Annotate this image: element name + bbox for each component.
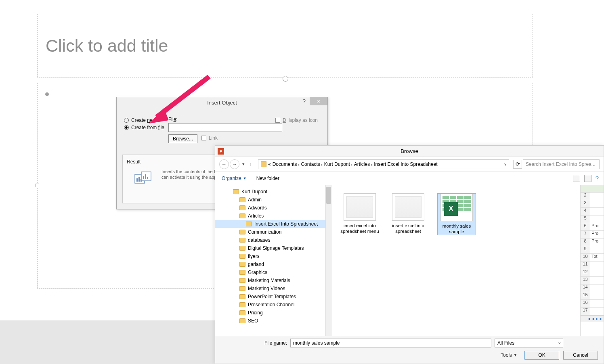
forward-button[interactable]: → <box>230 159 239 169</box>
tree-item[interactable]: garland <box>215 260 332 268</box>
cell-value[interactable] <box>590 277 591 284</box>
title-placeholder-box[interactable]: Click to add title <box>37 14 533 77</box>
cell-value[interactable]: Tot <box>590 254 598 261</box>
row-header[interactable]: 5 <box>581 215 590 223</box>
tree-item[interactable]: flyers <box>215 252 332 260</box>
row-header[interactable]: 15 <box>581 292 590 299</box>
tree-item[interactable]: Marketing Materials <box>215 276 332 285</box>
history-dropdown[interactable]: ▾ <box>240 161 247 167</box>
row-header[interactable]: 10 <box>581 254 590 261</box>
cell-value[interactable] <box>590 308 591 315</box>
sheet-row[interactable]: 6Pro <box>581 223 604 231</box>
breadcrumb-segment[interactable]: Kurt Dupont <box>324 161 350 167</box>
row-header[interactable]: 12 <box>581 269 590 276</box>
tree-item[interactable]: PowerPoint Templates <box>215 293 332 301</box>
sheet-row[interactable]: 10Tot <box>581 254 604 261</box>
sheet-row[interactable]: 14 <box>581 285 604 292</box>
browse-button[interactable]: Browse... <box>168 134 197 143</box>
tree-item[interactable]: SEO <box>215 317 332 325</box>
sheet-row[interactable]: 17 <box>581 308 604 315</box>
tree-item[interactable]: databases <box>215 236 332 244</box>
tree-item[interactable]: Graphics <box>215 268 332 276</box>
tree-item[interactable]: Admin <box>215 196 332 204</box>
sheet-row[interactable]: 7Pro <box>581 231 604 238</box>
file-item[interactable]: Xmonthly sales sample <box>437 193 476 235</box>
refresh-button[interactable]: ⟳ <box>513 160 522 169</box>
cancel-button[interactable]: Cancel <box>563 351 598 360</box>
sheet-row[interactable]: 15 <box>581 292 604 300</box>
cell-value[interactable]: Pro <box>590 223 598 230</box>
file-item[interactable]: insert excel into spreadsheet <box>389 193 428 234</box>
organize-button[interactable]: Organize ▼ <box>222 176 247 181</box>
new-folder-button[interactable]: New folder <box>256 176 279 181</box>
tools-button[interactable]: Tools ▼ <box>501 352 517 358</box>
cell-value[interactable] <box>590 285 591 292</box>
search-input[interactable]: Search Insert Excel Into Sprea... <box>523 159 600 169</box>
file-name-input[interactable] <box>290 339 491 347</box>
row-header[interactable]: 6 <box>581 223 590 230</box>
rotate-handle-icon[interactable] <box>283 76 288 82</box>
row-header[interactable]: 2 <box>581 192 590 200</box>
sheet-row[interactable]: 13 <box>581 277 604 285</box>
sheet-row[interactable]: 16 <box>581 300 604 308</box>
resize-handle-icon[interactable] <box>36 184 39 187</box>
back-button[interactable]: ← <box>219 159 229 169</box>
tree-item[interactable]: Communication <box>215 228 332 236</box>
breadcrumb-segment[interactable]: Documents <box>273 161 297 167</box>
cell-value[interactable] <box>590 300 591 307</box>
cell-value[interactable] <box>590 215 591 223</box>
sheet-row[interactable]: 11 <box>581 261 604 269</box>
tree-item[interactable]: Pricing <box>215 309 332 317</box>
tree-item[interactable]: Marketing Videos <box>215 285 332 293</box>
row-header[interactable]: 13 <box>581 277 590 284</box>
cell-value[interactable] <box>590 200 591 207</box>
breadcrumb[interactable]: « Documents ▸ Contacts ▸ Kurt Dupont ▸ A… <box>258 159 509 169</box>
radio-create-from-file[interactable]: Create from file <box>117 124 164 131</box>
cell-value[interactable] <box>590 246 591 253</box>
link-checkbox[interactable]: Link <box>201 135 218 141</box>
row-header[interactable]: 8 <box>581 238 590 246</box>
cell-value[interactable] <box>590 269 591 276</box>
sheet-row[interactable]: 8Pro <box>581 238 604 246</box>
display-as-icon-checkbox[interactable]: Display as icon <box>275 117 318 123</box>
tree-item[interactable]: Presentation Channel <box>215 301 332 309</box>
row-header[interactable]: 3 <box>581 200 590 207</box>
sheet-row[interactable]: 9 <box>581 246 604 254</box>
cell-value[interactable] <box>590 192 591 200</box>
tree-item[interactable]: Articles <box>215 212 332 220</box>
folder-tree[interactable]: Kurt DupontAdminAdwordsArticlesInsert Ex… <box>215 185 332 336</box>
sheet-scrollbar[interactable]: ◄◄►► <box>581 315 604 322</box>
sheet-row[interactable]: 4 <box>581 208 604 215</box>
breadcrumb-segment[interactable]: Contacts <box>301 161 320 167</box>
preview-pane-button[interactable] <box>584 175 591 182</box>
row-header[interactable]: 9 <box>581 246 590 253</box>
file-path-input[interactable] <box>168 123 282 132</box>
chevron-down-icon[interactable]: v <box>505 162 507 166</box>
row-header[interactable]: 7 <box>581 231 590 238</box>
tree-item[interactable]: Digital Signage Templates <box>215 244 332 252</box>
tree-item[interactable]: Adwords <box>215 204 332 212</box>
cell-value[interactable]: Pro <box>590 231 598 238</box>
sheet-row[interactable]: 3 <box>581 200 604 208</box>
row-header[interactable]: 4 <box>581 208 590 215</box>
ok-button[interactable]: OK <box>524 351 559 360</box>
cell-value[interactable] <box>590 208 591 215</box>
sheet-row[interactable]: 5 <box>581 215 604 223</box>
file-item[interactable]: insert excel into spreadsheet menu <box>340 193 379 234</box>
cell-value[interactable] <box>590 261 591 269</box>
radio-create-new[interactable]: Create new <box>117 117 164 124</box>
row-header[interactable]: 17 <box>581 308 590 315</box>
sheet-row[interactable]: 12 <box>581 269 604 277</box>
sheet-row[interactable]: 2 <box>581 192 604 200</box>
row-header[interactable]: 16 <box>581 300 590 307</box>
file-list[interactable]: insert excel into spreadsheet menuinsert… <box>332 185 580 336</box>
scrollbar-thumb[interactable] <box>326 187 331 204</box>
tree-scrollbar[interactable] <box>325 185 332 336</box>
row-header[interactable]: 11 <box>581 261 590 269</box>
close-button[interactable]: × <box>310 97 327 105</box>
tree-item[interactable]: Insert Excel Into Spreadsheet <box>215 220 332 228</box>
help-icon[interactable]: ? <box>596 175 599 182</box>
breadcrumb-segment[interactable]: Insert Excel Into Spreadsheet <box>374 161 437 167</box>
up-button[interactable]: ↑ <box>247 162 254 167</box>
cell-value[interactable] <box>590 292 591 299</box>
